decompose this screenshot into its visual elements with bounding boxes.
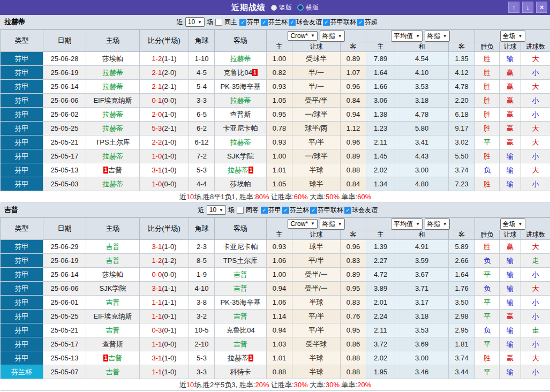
match-count-select[interactable]: 10▼ [185,17,205,27]
match-date-cell: 25-06-06 [43,94,86,108]
league-checkbox[interactable]: ✓ [310,207,317,214]
scope-select[interactable]: 全场▼ [500,218,525,230]
fulltime-score: 2-2 [152,138,162,146]
result-goals-cell: 大 [521,163,550,177]
league-checkbox[interactable]: ✓ [261,19,268,26]
halftime-score: (1-0) [162,243,176,251]
col-header-type: 类型 [1,30,43,52]
scope-select[interactable]: 全场▼ [500,31,525,42]
league-filters: ✓芬甲✓芬兰杯✓球会友谊✓芬甲联杯✓芬超 [239,18,378,27]
league-label: 球会友谊 [352,206,378,215]
result-outcome-cell: 胜 [475,108,500,122]
results-body: 芬甲25-06-29吉普3-1(1-0)2-3卡亚尼卡帕0.93球半0.961.… [1,240,550,379]
corner-cell: 5-3 [189,163,215,177]
result-handicap-cell: 输 [500,177,521,191]
fulltime-score: 2-1 [152,69,162,77]
odds-away-cell: 1.07 [341,66,366,80]
home-team-cell: 莎埃帕 [86,268,140,282]
league-filter: ✓球会友谊 [344,206,378,215]
avg-source-select[interactable]: 平均值▼ [391,218,423,230]
league-checkbox[interactable]: ✓ [289,19,296,26]
league-checkbox[interactable]: ✓ [357,19,364,26]
horizontal-layout-radio[interactable]: 横版 [297,3,319,12]
avg-time-select[interactable]: 终指▼ [425,218,450,230]
fulltime-score: 1-2 [152,257,162,265]
odds-away-cell: 0.95 [341,282,366,296]
away-team-cell: 克鲁比041 [215,66,267,80]
odds-away-cell: 0.84 [341,94,366,108]
odds-source-select[interactable]: Crow*▼ [288,219,318,229]
red-card-badge: 1 [248,355,254,361]
score-cell: 1-2(1-1) [140,52,189,66]
move-up-button[interactable]: ↑ [508,2,519,13]
match-date-cell: 25-05-21 [43,135,86,149]
league-checkbox[interactable]: ✓ [261,207,268,214]
move-down-button[interactable]: ↓ [522,2,533,13]
odds-away-cell: 0.76 [341,310,366,323]
avg-source-select[interactable]: 平均值▼ [391,31,423,42]
vertical-layout-radio[interactable]: 竖版 [271,3,292,12]
match-date-cell: 25-05-17 [43,149,86,163]
section-team-name: 拉赫蒂 [4,17,25,27]
summary-segment: 让胜率: [269,381,293,389]
same-venue-checkbox[interactable] [237,207,244,214]
avg-home-cell: 2.27 [366,254,395,268]
odds-home-cell: 1.00 [267,52,292,66]
table-row: 芬甲25-05-25EIF埃克纳斯1-1(0-1)3-2吉普1.14平/半0.7… [1,310,550,323]
match-count-select[interactable]: 10▼ [207,205,226,215]
match-date-cell: 25-05-13 [43,163,86,177]
avg-time-select[interactable]: 终指▼ [425,31,450,42]
match-date-cell: 25-05-13 [43,351,86,365]
close-icon: × [540,3,544,11]
team-name-text: 吉普 [106,368,120,376]
result-handicap-cell: 输 [500,52,521,66]
league-filters: ✓芬甲✓芬兰杯✓芬甲联杯✓球会友谊 [261,206,378,215]
result-handicap-cell: 输 [500,296,521,310]
odds-source-select[interactable]: Crow*▼ [288,31,318,41]
avg-away-cell: 1.81 [449,337,475,351]
red-card-badge: 1 [103,167,109,174]
odds-home-cell: 1.06 [267,254,292,268]
fulltime-score: 2-0 [152,110,162,118]
league-checkbox[interactable]: ✓ [323,19,330,26]
match-date-cell: 25-06-19 [43,254,86,268]
result-handicap-cell: 赢 [500,108,521,122]
avg-draw-cell: 3.41 [395,135,449,149]
chevron-down-icon: ▼ [518,222,523,227]
col-header-type: 类型 [1,218,43,240]
league-checkbox[interactable]: ✓ [282,207,289,214]
summary-segment: 10 [186,193,194,201]
odds-time-select[interactable]: 终指▼ [320,31,345,42]
same-venue-checkbox[interactable] [215,19,222,26]
fulltime-score: 1-0 [152,180,162,188]
matches-label: 场 [207,18,213,27]
result-handicap-cell: 赢 [500,80,521,94]
avg-home-cell: 1.39 [366,240,395,254]
score-cell: 3-1(1-0) [140,351,189,365]
odds-away-cell: 0.89 [341,52,366,66]
scope-group-header: 全场▼ [475,30,550,42]
summary-segment: 20% [255,381,269,389]
league-checkbox[interactable]: ✓ [344,207,351,214]
close-button[interactable]: × [536,2,547,13]
odds-home-cell: 1.00 [267,268,292,282]
summary-segment: 大率: [308,381,326,389]
table-row: 芬甲25-05-25拉赫蒂5-3(2-1)6-2卡亚尼卡帕0.78球半/两1.1… [1,122,550,135]
away-team-cell: 拉赫蒂1 [215,163,267,177]
halftime-score: (1-0) [162,110,176,118]
chevron-down-icon: ▼ [416,34,420,39]
odds-away-cell: 0.83 [341,254,366,268]
halftime-score: (0-0) [162,340,176,348]
match-date-cell: 25-05-17 [43,337,86,351]
score-cell: 1-0(0-0) [140,177,189,191]
halftime-score: (1-0) [162,166,176,174]
league-checkbox[interactable]: ✓ [239,19,246,26]
avg-away-cell: 5.89 [449,240,475,254]
league-label: 芬超 [365,18,378,27]
avg-home-cell: 1.45 [366,149,395,163]
team-section: 吉普 近 10▼ 场 同客 ✓芬甲✓芬兰杯✓芬甲联杯✓球会友谊 类型 日期 [0,203,550,391]
avg-draw-cell: 3.18 [395,310,449,323]
odds-handicap-cell: 半/一 [292,80,341,94]
odds-time-select[interactable]: 终指▼ [320,218,345,230]
corner-cell: 1-9 [189,268,215,282]
